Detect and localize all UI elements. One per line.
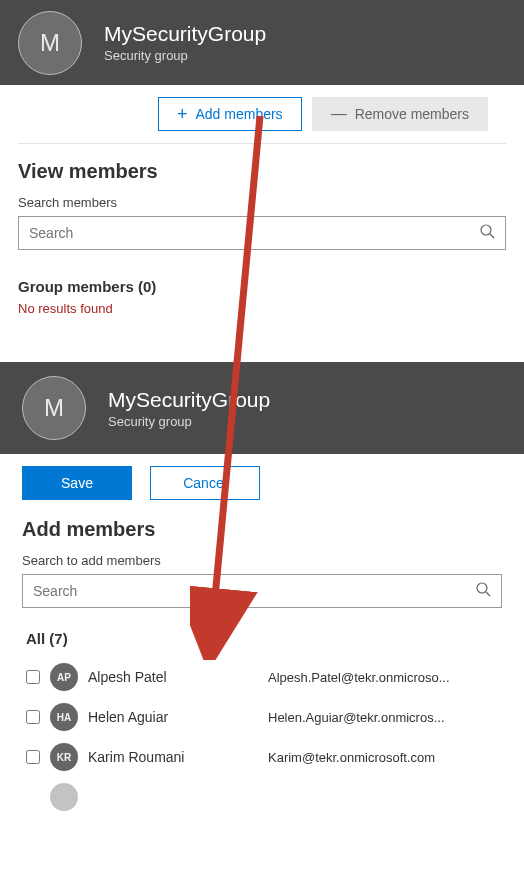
svg-line-3 [486,592,490,596]
action-bar: + Add members — Remove members [18,85,506,144]
search-icon [479,223,495,243]
no-results-text: No results found [18,301,506,316]
member-avatar: AP [50,663,78,691]
member-checkbox[interactable] [26,670,40,684]
remove-members-label: Remove members [355,106,469,122]
member-name: Karim Roumani [88,749,258,765]
member-avatar: KR [50,743,78,771]
minus-icon: — [331,106,347,122]
plus-icon: + [177,105,188,123]
member-email: Karim@tekr.onmicrosoft.com [268,750,498,765]
all-count-heading: All (7) [26,630,502,647]
search-icon [475,581,491,601]
member-name: Helen Aguiar [88,709,258,725]
list-item[interactable] [22,777,502,817]
group-header: M MySecurityGroup Security group [0,362,524,454]
search-members-label: Search members [18,195,506,210]
group-header: M MySecurityGroup Security group [0,0,524,85]
member-email: Alpesh.Patel@tekr.onmicroso... [268,670,498,685]
svg-point-2 [477,583,487,593]
save-button[interactable]: Save [22,466,132,500]
add-members-label: Add members [195,106,282,122]
group-subtitle: Security group [108,414,270,429]
member-avatar: HA [50,703,78,731]
avatar: M [22,376,86,440]
member-email: Helen.Aguiar@tekr.onmicros... [268,710,498,725]
add-members-button[interactable]: + Add members [158,97,302,131]
search-members-input[interactable] [19,217,505,249]
member-name: Alpesh Patel [88,669,258,685]
group-members-count: Group members (0) [18,278,506,295]
avatar: M [18,11,82,75]
search-add-input[interactable] [23,575,501,607]
svg-line-1 [490,234,494,238]
member-checkbox[interactable] [26,750,40,764]
member-checkbox[interactable] [26,710,40,724]
list-item[interactable]: HA Helen Aguiar Helen.Aguiar@tekr.onmicr… [22,697,502,737]
remove-members-button[interactable]: — Remove members [312,97,488,131]
view-members-heading: View members [18,160,506,183]
list-item[interactable]: AP Alpesh Patel Alpesh.Patel@tekr.onmicr… [22,657,502,697]
search-add-wrap [22,574,502,608]
svg-point-0 [481,225,491,235]
group-title: MySecurityGroup [108,388,270,412]
member-avatar [50,783,78,811]
list-item[interactable]: KR Karim Roumani Karim@tekr.onmicrosoft.… [22,737,502,777]
search-add-label: Search to add members [22,553,502,568]
group-subtitle: Security group [104,48,266,63]
cancel-button[interactable]: Cancel [150,466,260,500]
save-cancel-bar: Save Cancel [22,454,502,512]
add-members-heading: Add members [22,518,502,541]
search-members-wrap [18,216,506,250]
group-title: MySecurityGroup [104,22,266,46]
